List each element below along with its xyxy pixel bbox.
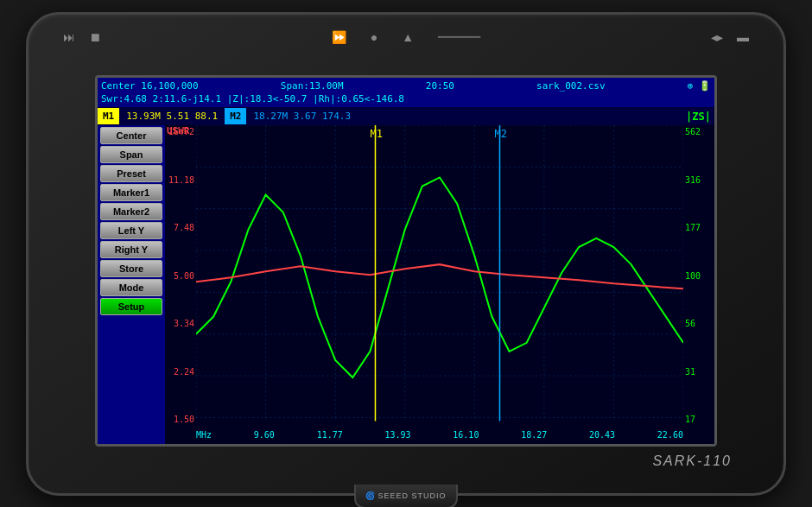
sidebar-btn-preset[interactable]: Preset: [100, 165, 162, 182]
status-line2: Swr:4.68 2:11.6-j14.1 |Z|:18.3<-50.7 |Rh…: [101, 92, 711, 105]
y-right-6: 31: [685, 367, 695, 377]
x-label-0: MHz: [196, 430, 212, 440]
nav-icon[interactable]: ◂▸: [711, 30, 723, 44]
y-left-2: 11.18: [168, 175, 194, 185]
brand-name: SARK-110: [652, 453, 732, 468]
top-controls-bar: ⏭ ⏹ ⏩ ● ▲ ━━━━━━━ ◂▸ ▬: [29, 22, 783, 53]
battery-icon: ▬: [737, 30, 749, 44]
device-stand: 🌀 SEEED STUDIO: [354, 485, 458, 508]
x-label-5: 18.27: [521, 430, 547, 440]
sidebar-btn-marker2[interactable]: Marker2: [100, 203, 162, 220]
x-label-1: 9.60: [254, 430, 275, 440]
manufacturer-name: SEEED STUDIO: [377, 491, 446, 500]
marker1-label: M1: [98, 108, 119, 124]
marker2-label: M2: [225, 108, 246, 124]
m2-chart-label: M2: [494, 128, 507, 140]
sidebar-btn-setup[interactable]: Setup: [100, 298, 162, 315]
manufacturer-logo: 🌀 SEEED STUDIO: [365, 491, 446, 500]
marker-bar: M1 13.93M 5.51 88.1 M2 18.27M 3.67 174.3…: [98, 108, 714, 125]
y-right-3: 177: [685, 223, 701, 232]
stop-icon[interactable]: ⏹: [89, 30, 101, 44]
sidebar-btn-right-y[interactable]: Right Y: [100, 241, 162, 258]
status-icons: ⊕ 🔋: [688, 79, 711, 92]
y-left-4: 5.00: [174, 271, 194, 281]
y-right-2: 316: [685, 175, 701, 185]
m1-chart-label: M1: [370, 128, 383, 140]
y-right-7: 17: [685, 415, 695, 424]
x-label-3: 13.93: [384, 430, 410, 440]
swr-curve: [196, 264, 683, 288]
y-right-4: 100: [685, 271, 701, 281]
y-left-7: 1.50: [174, 415, 194, 424]
span-value: Span:13.00M: [281, 79, 344, 92]
y-left-1: 16.72: [168, 127, 194, 136]
x-label-7: 22.60: [657, 430, 683, 440]
record-icon[interactable]: ●: [371, 30, 377, 44]
y-left-6: 2.24: [174, 367, 194, 377]
sidebar-btn-left-y[interactable]: Left Y: [100, 222, 162, 239]
y-right-5: 56: [685, 319, 695, 328]
top-right-controls: ◂▸ ▬: [711, 30, 749, 44]
center-freq: Center 16,100,000: [101, 79, 199, 92]
sidebar-btn-mode[interactable]: Mode: [100, 279, 162, 296]
filename: sark_002.csv: [536, 79, 605, 92]
slider-icon: ━━━━━━━: [438, 31, 480, 43]
x-label-2: 11.77: [317, 430, 343, 440]
y-axis-right: 562 316 177 100 56 31 17: [683, 125, 714, 426]
screen: Center 16,100,000 Span:13.00M 20:50 sark…: [95, 75, 717, 447]
y-axis-left: 16.72 11.18 7.48 5.00 3.34 2.24 1.50: [165, 125, 196, 426]
sidebar-btn-store[interactable]: Store: [100, 260, 162, 277]
chart-main: USWR 16.72 11.18 7.48 5.00 3.34 2.24 1.5…: [165, 125, 714, 443]
y-left-5: 3.34: [174, 319, 194, 328]
sidebar: CenterSpanPresetMarker1Marker2Left YRigh…: [98, 125, 165, 443]
marker2-data: 18.27M 3.67 174.3: [246, 111, 358, 122]
time-display: 20:50: [426, 79, 454, 92]
top-left-controls: ⏭ ⏹: [63, 30, 101, 44]
x-axis: MHz 9.60 11.77 13.93 16.10 18.27 20.43 2…: [196, 427, 683, 444]
uswr-curve: [196, 178, 683, 378]
sidebar-btn-marker1[interactable]: Marker1: [100, 184, 162, 201]
up-icon[interactable]: ▲: [402, 30, 414, 44]
right-axis-label: |ZS|: [686, 111, 714, 123]
y-left-3: 7.48: [174, 223, 194, 232]
chart-area: CenterSpanPresetMarker1Marker2Left YRigh…: [98, 125, 714, 443]
x-label-4: 16.10: [453, 430, 479, 440]
forward-icon[interactable]: ⏩: [332, 30, 346, 44]
device-brand: SARK-110: [652, 453, 732, 469]
x-label-6: 20.43: [589, 430, 615, 440]
top-center-controls: ⏩ ● ▲ ━━━━━━━: [332, 30, 480, 44]
status-bar: Center 16,100,000 Span:13.00M 20:50 sark…: [98, 78, 714, 109]
play-pause-icon[interactable]: ⏭: [63, 30, 75, 44]
sidebar-btn-span[interactable]: Span: [100, 146, 162, 163]
device-body: ⏭ ⏹ ⏩ ● ▲ ━━━━━━━ ◂▸ ▬ Center 16,100,000…: [26, 12, 786, 496]
y-right-1: 562: [685, 127, 701, 136]
chart-svg: M1 M2: [196, 125, 683, 421]
marker1-data: 13.93M 5.51 88.1: [119, 111, 225, 122]
status-line1: Center 16,100,000 Span:13.00M 20:50 sark…: [101, 79, 711, 92]
sidebar-btn-center[interactable]: Center: [100, 127, 162, 144]
